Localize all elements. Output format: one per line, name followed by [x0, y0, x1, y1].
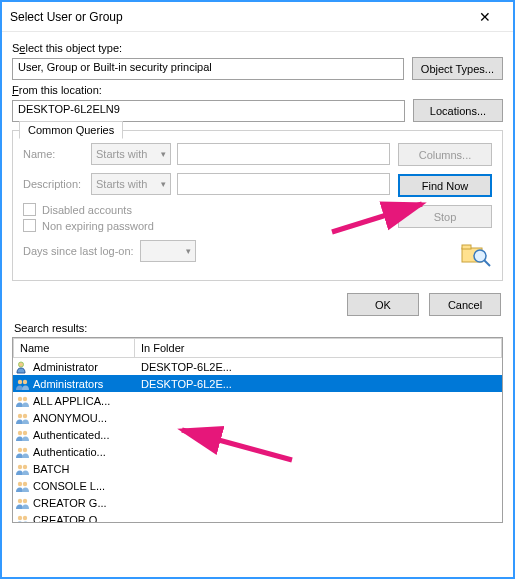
- svg-line-3: [484, 260, 490, 266]
- col-name[interactable]: Name: [13, 338, 135, 358]
- svg-point-12: [23, 430, 27, 434]
- locations-button[interactable]: Locations...: [413, 99, 503, 122]
- result-row[interactable]: Authenticated...: [13, 426, 502, 443]
- svg-point-22: [23, 515, 27, 519]
- disabled-accounts-checkbox[interactable]: Disabled accounts: [23, 203, 390, 216]
- location-label: From this location:: [12, 84, 503, 96]
- columns-button: Columns...: [398, 143, 492, 166]
- result-row[interactable]: AdministratorsDESKTOP-6L2E...: [13, 375, 502, 392]
- svg-rect-1: [462, 245, 471, 249]
- description-input[interactable]: [177, 173, 390, 195]
- find-now-button[interactable]: Find Now: [398, 174, 492, 197]
- stop-button: Stop: [398, 205, 492, 228]
- result-row[interactable]: AdministratorDESKTOP-6L2E...: [13, 358, 502, 375]
- object-type-field[interactable]: User, Group or Built-in security princip…: [12, 58, 404, 80]
- ok-button[interactable]: OK: [347, 293, 419, 316]
- search-results-label: Search results:: [14, 322, 503, 334]
- svg-point-10: [23, 413, 27, 417]
- svg-point-15: [18, 464, 22, 468]
- svg-point-16: [23, 464, 27, 468]
- common-queries-tab[interactable]: Common Queries: [19, 121, 123, 139]
- result-row[interactable]: CONSOLE L...: [13, 477, 502, 494]
- close-icon[interactable]: ✕: [465, 3, 505, 31]
- days-since-logon-label: Days since last log-on:: [23, 245, 134, 257]
- svg-point-21: [18, 515, 22, 519]
- result-row[interactable]: ALL APPLICA...: [13, 392, 502, 409]
- result-row[interactable]: BATCH: [13, 460, 502, 477]
- object-type-label: Select this object type:: [12, 42, 503, 54]
- svg-point-18: [23, 481, 27, 485]
- svg-point-20: [23, 498, 27, 502]
- title-bar: Select User or Group ✕: [2, 2, 513, 32]
- name-input[interactable]: [177, 143, 390, 165]
- svg-point-14: [23, 447, 27, 451]
- name-mode-combo[interactable]: Starts with: [91, 143, 171, 165]
- result-row[interactable]: CREATOR G...: [13, 494, 502, 511]
- svg-point-5: [18, 379, 22, 383]
- svg-point-13: [18, 447, 22, 451]
- svg-point-11: [18, 430, 22, 434]
- results-header: Name In Folder: [13, 338, 502, 358]
- search-folder-icon: [460, 238, 492, 270]
- svg-point-8: [23, 396, 27, 400]
- svg-point-9: [18, 413, 22, 417]
- object-types-button[interactable]: Object Types...: [412, 57, 503, 80]
- description-mode-combo[interactable]: Starts with: [91, 173, 171, 195]
- search-results-list[interactable]: Name In Folder AdministratorDESKTOP-6L2E…: [12, 337, 503, 523]
- result-row[interactable]: CREATOR O...: [13, 511, 502, 523]
- svg-point-7: [18, 396, 22, 400]
- cancel-button[interactable]: Cancel: [429, 293, 501, 316]
- svg-point-6: [23, 379, 27, 383]
- description-label: Description:: [23, 178, 85, 190]
- days-since-logon-combo[interactable]: [140, 240, 196, 262]
- checkbox-icon: [23, 219, 36, 232]
- name-label: Name:: [23, 148, 85, 160]
- result-row[interactable]: ANONYMOU...: [13, 409, 502, 426]
- svg-point-17: [18, 481, 22, 485]
- svg-point-4: [19, 362, 24, 367]
- location-field[interactable]: DESKTOP-6L2ELN9: [12, 100, 405, 122]
- col-folder[interactable]: In Folder: [135, 338, 502, 358]
- checkbox-icon: [23, 203, 36, 216]
- common-queries-group: Common Queries Name: Starts with Descrip…: [12, 130, 503, 281]
- result-row[interactable]: Authenticatio...: [13, 443, 502, 460]
- non-expiring-password-checkbox[interactable]: Non expiring password: [23, 219, 390, 232]
- window-title: Select User or Group: [10, 10, 465, 24]
- svg-point-19: [18, 498, 22, 502]
